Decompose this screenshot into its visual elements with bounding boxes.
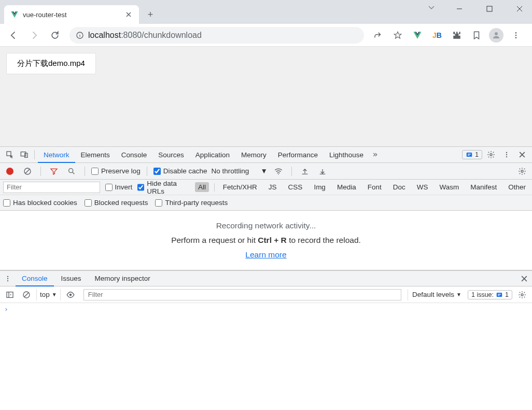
drawer-tab-memory-inspector[interactable]: Memory inspector	[89, 271, 157, 286]
console-body[interactable]: ›	[0, 303, 532, 315]
filter-type-fetch[interactable]: Fetch/XHR	[220, 182, 260, 192]
live-expression-icon[interactable]	[64, 288, 77, 302]
svg-point-23	[69, 293, 72, 296]
tab-application[interactable]: Application	[190, 147, 235, 162]
invert-checkbox[interactable]: Invert	[105, 183, 133, 191]
context-select[interactable]: top▼	[36, 289, 61, 300]
tab-sources[interactable]: Sources	[152, 147, 190, 162]
filter-type-font[interactable]: Font	[365, 182, 385, 192]
tab-lighthouse[interactable]: Lighthouse	[324, 147, 369, 162]
download-har-icon[interactable]	[316, 165, 329, 178]
filter-type-img[interactable]: Img	[311, 182, 329, 192]
disable-cache-checkbox[interactable]: Disable cache	[153, 167, 207, 175]
network-filter-bar: Invert Hide data URLs All Fetch/XHR JS C…	[0, 180, 532, 195]
filter-type-wasm[interactable]: Wasm	[436, 182, 462, 192]
throttling-select[interactable]: No throttling▼	[212, 167, 268, 175]
drawer-tabs: Console Issues Memory inspector	[0, 270, 532, 286]
tab-title: vue-router-test	[23, 11, 124, 19]
inspect-element-icon[interactable]	[3, 148, 17, 161]
svg-point-12	[506, 154, 507, 155]
bookmark-star-icon[interactable]	[389, 26, 407, 44]
filter-type-js[interactable]: JS	[265, 182, 280, 192]
close-window-button[interactable]	[509, 1, 530, 17]
filter-toggle-icon[interactable]	[47, 165, 61, 178]
blocked-requests-checkbox[interactable]: Blocked requests	[85, 199, 148, 207]
svg-point-15	[69, 168, 73, 172]
tab-memory[interactable]: Memory	[235, 147, 272, 162]
filter-type-other[interactable]: Other	[505, 182, 529, 192]
clear-console-icon[interactable]	[20, 288, 33, 302]
forward-button[interactable]	[25, 26, 44, 45]
learn-more-link[interactable]: Learn more	[245, 250, 286, 259]
share-icon[interactable]	[369, 26, 387, 44]
filter-type-all[interactable]: All	[195, 182, 209, 192]
devtools-header: Network Elements Console Sources Applica…	[0, 146, 532, 163]
device-toggle-icon[interactable]	[18, 148, 31, 161]
hide-data-urls-checkbox[interactable]: Hide data URLs	[137, 180, 190, 195]
drawer-tab-issues[interactable]: Issues	[55, 271, 88, 286]
maximize-button[interactable]	[479, 1, 500, 17]
tab-console[interactable]: Console	[116, 147, 153, 162]
third-party-checkbox[interactable]: Third-party requests	[155, 199, 228, 207]
minimize-button[interactable]	[449, 1, 470, 17]
tab-performance[interactable]: Performance	[272, 147, 324, 162]
upload-har-icon[interactable]	[298, 165, 312, 178]
url-text: localhost:8080/chunkdownload	[88, 31, 202, 40]
vue-extension-icon[interactable]	[409, 26, 426, 44]
log-levels-select[interactable]: Default levels▼	[408, 289, 461, 300]
filter-type-media[interactable]: Media	[334, 182, 359, 192]
more-tabs-icon[interactable]	[369, 148, 383, 161]
svg-rect-9	[467, 153, 472, 157]
url-field[interactable]: localhost:8080/chunkdownload	[69, 27, 364, 44]
network-empty-state: Recording network activity... Perform a …	[0, 211, 532, 270]
record-button[interactable]	[3, 165, 17, 178]
address-bar: localhost:8080/chunkdownload JB	[0, 24, 532, 47]
tab-network[interactable]: Network	[38, 147, 75, 162]
new-tab-button[interactable]: +	[143, 7, 158, 22]
issues-link[interactable]: 1 issue: 1	[468, 290, 512, 299]
toolbar-icons: JB	[369, 26, 528, 44]
issues-badge[interactable]: 1	[462, 150, 482, 159]
jb-extension-icon[interactable]: JB	[428, 26, 446, 44]
close-devtools-icon[interactable]	[515, 148, 529, 161]
filter-type-css[interactable]: CSS	[285, 182, 306, 192]
more-options-icon[interactable]	[500, 148, 513, 161]
svg-point-10	[490, 154, 492, 156]
window-controls	[449, 1, 530, 17]
window-titlebar: vue-router-test +	[0, 0, 532, 24]
drawer-menu-icon[interactable]	[1, 272, 15, 285]
menu-icon[interactable]	[507, 26, 525, 44]
filter-input[interactable]	[3, 182, 100, 193]
wifi-icon[interactable]	[272, 165, 285, 178]
network-settings-icon[interactable]	[515, 165, 529, 178]
console-sidebar-toggle-icon[interactable]	[3, 288, 17, 302]
console-filter-input[interactable]	[83, 289, 401, 300]
preserve-log-checkbox[interactable]: Preserve log	[91, 167, 141, 175]
network-toolbar: Preserve log Disable cache No throttling…	[0, 163, 532, 180]
search-icon[interactable]	[65, 165, 78, 178]
svg-point-19	[7, 278, 8, 279]
blocked-cookies-checkbox[interactable]: Has blocked cookies	[3, 199, 77, 207]
browser-tab[interactable]: vue-router-test	[4, 5, 139, 24]
back-button[interactable]	[4, 26, 23, 45]
tab-search-icon[interactable]	[427, 3, 436, 11]
svg-rect-21	[7, 292, 13, 297]
download-button[interactable]: 分片下载demo.mp4	[6, 53, 96, 74]
profile-avatar[interactable]	[487, 26, 505, 44]
filter-type-doc[interactable]: Doc	[390, 182, 409, 192]
clear-button[interactable]	[21, 165, 34, 178]
extensions-icon[interactable]	[448, 26, 466, 44]
svg-point-5	[515, 37, 517, 38]
drawer-tab-console[interactable]: Console	[16, 271, 54, 286]
tab-close-button[interactable]	[124, 10, 133, 19]
settings-icon[interactable]	[484, 148, 498, 161]
console-settings-icon[interactable]	[515, 288, 529, 302]
close-drawer-icon[interactable]	[517, 272, 531, 285]
svg-rect-24	[497, 292, 502, 296]
filter-type-manifest[interactable]: Manifest	[467, 182, 500, 192]
tab-elements[interactable]: Elements	[75, 147, 116, 162]
reload-button[interactable]	[46, 26, 64, 45]
filter-type-ws[interactable]: WS	[414, 182, 431, 192]
site-info-icon[interactable]	[76, 31, 84, 39]
reading-list-icon[interactable]	[468, 26, 485, 44]
